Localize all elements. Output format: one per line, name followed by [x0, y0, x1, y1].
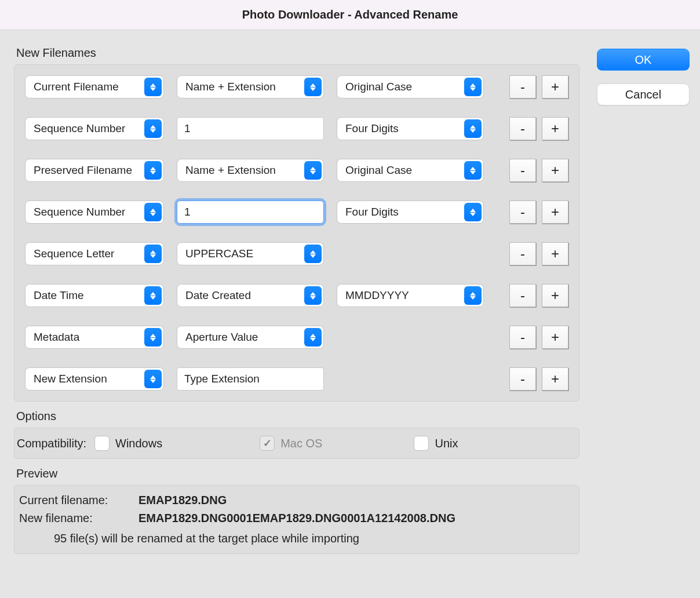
row-text-input[interactable]: 1: [177, 200, 324, 224]
compat-macos-label: Mac OS: [280, 437, 322, 450]
updown-icon: [144, 286, 162, 305]
filename-row: Sequence Number1Four Digits-+: [25, 116, 568, 141]
row-type-select[interactable]: Date Time: [25, 284, 164, 307]
row-format-select[interactable]: Four Digits: [337, 117, 484, 140]
updown-icon: [144, 328, 162, 347]
row-text-input[interactable]: 1: [177, 117, 324, 140]
add-remove-group: -+: [509, 200, 568, 224]
remove-row-button[interactable]: -: [509, 200, 536, 224]
row-format-select[interactable]: MMDDYYYY: [337, 284, 484, 307]
preview-new-label: New filename:: [19, 512, 133, 525]
row-param-select[interactable]: Date Created: [177, 284, 324, 307]
row-param-select[interactable]: Name + Extension: [177, 159, 324, 182]
remove-row-button[interactable]: -: [509, 326, 536, 349]
main-column: New Filenames Current FilenameName + Ext…: [14, 46, 579, 584]
add-row-button[interactable]: +: [542, 284, 568, 307]
updown-icon: [304, 245, 322, 263]
checkbox-windows[interactable]: [94, 436, 110, 451]
compat-unix-label: Unix: [435, 437, 458, 450]
compat-unix[interactable]: Unix: [414, 436, 458, 451]
ok-button[interactable]: OK: [597, 49, 690, 71]
filename-row: Sequence Number1Four Digits-+: [25, 199, 568, 225]
remove-row-button[interactable]: -: [509, 75, 536, 99]
remove-row-button[interactable]: -: [509, 159, 536, 182]
add-remove-group: -+: [509, 326, 568, 349]
row-format-select[interactable]: Original Case: [337, 159, 484, 182]
preview-panel: Current filename: EMAP1829.DNG New filen…: [14, 485, 579, 554]
updown-icon: [464, 161, 482, 180]
content: New Filenames Current FilenameName + Ext…: [0, 30, 700, 598]
updown-icon: [144, 161, 162, 180]
updown-icon: [464, 78, 482, 96]
preview-note: 95 file(s) will be renamed at the target…: [19, 527, 574, 545]
filename-row: Current FilenameName + ExtensionOriginal…: [25, 74, 568, 100]
add-remove-group: -+: [509, 75, 568, 99]
row-type-select[interactable]: Sequence Letter: [25, 242, 164, 265]
row-type-select[interactable]: Sequence Number: [25, 117, 164, 140]
add-row-button[interactable]: +: [542, 159, 568, 182]
add-row-button[interactable]: +: [542, 326, 568, 349]
row-format-select[interactable]: Four Digits: [337, 200, 484, 224]
filename-row: Preserved FilenameName + ExtensionOrigin…: [25, 158, 568, 183]
compat-macos: Mac OS: [260, 436, 322, 451]
filename-row: MetadataAperture Value-+: [25, 324, 568, 350]
add-row-button[interactable]: +: [542, 367, 568, 391]
new-filenames-label: New Filenames: [14, 46, 579, 64]
row-text-input[interactable]: Type Extension: [177, 367, 324, 391]
options-label: Options: [14, 410, 579, 428]
updown-icon: [464, 119, 482, 138]
updown-icon: [464, 203, 482, 221]
compat-windows-label: Windows: [115, 437, 162, 450]
add-remove-group: -+: [509, 117, 568, 140]
filename-row: Date TimeDate CreatedMMDDYYYY-+: [25, 283, 568, 308]
updown-icon: [144, 203, 162, 221]
preview-current-value: EMAP1829.DNG: [138, 494, 227, 507]
add-row-button[interactable]: +: [542, 242, 568, 265]
remove-row-button[interactable]: -: [509, 284, 536, 307]
remove-row-button[interactable]: -: [509, 367, 536, 391]
updown-icon: [144, 370, 162, 388]
updown-icon: [464, 286, 482, 305]
row-type-select[interactable]: Current Filename: [25, 75, 164, 99]
row-param-select[interactable]: Aperture Value: [177, 326, 324, 349]
add-row-button[interactable]: +: [542, 117, 568, 140]
row-type-select[interactable]: New Extension: [25, 367, 164, 391]
row-type-select[interactable]: Metadata: [25, 326, 164, 349]
updown-icon: [144, 119, 162, 138]
compat-windows[interactable]: Windows: [94, 436, 162, 451]
new-filenames-panel: Current FilenameName + ExtensionOriginal…: [14, 64, 579, 402]
add-remove-group: -+: [509, 242, 568, 265]
add-remove-group: -+: [509, 284, 568, 307]
preview-label: Preview: [14, 467, 579, 485]
updown-icon: [304, 161, 322, 180]
row-param-select[interactable]: Name + Extension: [177, 75, 324, 99]
updown-icon: [304, 328, 322, 347]
add-remove-group: -+: [509, 367, 568, 391]
checkbox-unix[interactable]: [414, 436, 429, 451]
updown-icon: [144, 245, 162, 263]
checkbox-macos: [260, 436, 275, 451]
remove-row-button[interactable]: -: [509, 242, 536, 265]
filename-row: New ExtensionType Extension-+: [25, 366, 568, 392]
window-title: Photo Downloader - Advanced Rename: [0, 0, 700, 30]
updown-icon: [144, 78, 162, 96]
add-remove-group: -+: [509, 159, 568, 182]
preview-new-row: New filename: EMAP1829.DNG0001EMAP1829.D…: [19, 509, 574, 527]
cancel-button[interactable]: Cancel: [597, 83, 690, 105]
compatibility-label: Compatibility:: [17, 437, 86, 450]
row-format-select[interactable]: Original Case: [337, 75, 484, 99]
preview-new-value: EMAP1829.DNG0001EMAP1829.DNG0001A1214200…: [138, 512, 455, 525]
preview-current-label: Current filename:: [19, 494, 133, 507]
row-type-select[interactable]: Preserved Filename: [25, 159, 164, 182]
add-row-button[interactable]: +: [542, 200, 568, 224]
row-type-select[interactable]: Sequence Number: [25, 200, 164, 224]
row-param-select[interactable]: UPPERCASE: [177, 242, 324, 265]
side-column: OK Cancel: [597, 46, 690, 584]
options-panel: Compatibility: Windows Mac OS Unix: [14, 428, 579, 459]
filename-row: Sequence LetterUPPERCASE-+: [25, 241, 568, 267]
preview-current-row: Current filename: EMAP1829.DNG: [19, 491, 574, 509]
add-row-button[interactable]: +: [542, 75, 568, 99]
remove-row-button[interactable]: -: [509, 117, 536, 140]
updown-icon: [304, 78, 322, 96]
updown-icon: [304, 286, 322, 305]
